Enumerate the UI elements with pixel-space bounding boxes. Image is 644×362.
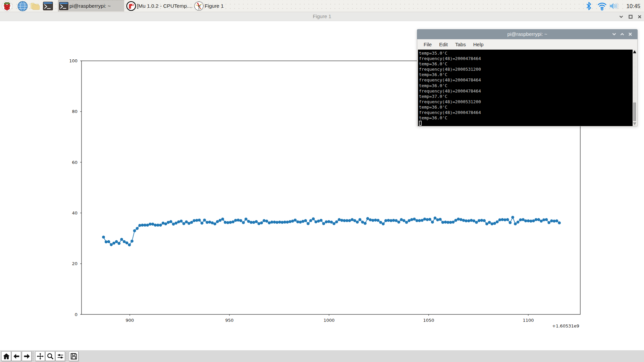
terminal-line: frequency(48)=2000478464	[419, 77, 481, 83]
terminal-maximize-button[interactable]	[618, 29, 626, 39]
bluetooth-icon	[586, 2, 591, 10]
pan-move-icon	[37, 353, 44, 360]
forward-button[interactable]	[22, 351, 32, 361]
terminal-window-title: pi@raspberrypi: ~	[417, 29, 638, 39]
pan-button[interactable]	[35, 351, 45, 361]
terminal-icon	[59, 1, 69, 11]
close-icon	[638, 15, 642, 19]
terminal-line: temp=36.0'C	[419, 61, 481, 67]
home-button[interactable]	[1, 351, 11, 361]
scroll-up-arrow-icon[interactable]	[633, 50, 636, 53]
menu-file[interactable]: File	[422, 41, 433, 48]
taskbar-task-terminal[interactable]: pi@raspberrypi: ~	[58, 0, 124, 12]
file-manager-button[interactable]	[30, 1, 41, 11]
configure-subplots-button[interactable]	[55, 351, 65, 361]
taskbar-task-mu[interactable]: [Mu 1.0.2 - CPUTemp....	[126, 0, 192, 12]
menu-help[interactable]: Help	[472, 41, 485, 48]
mu-icon	[126, 1, 136, 11]
save-button[interactable]	[69, 351, 78, 361]
wifi-icon	[597, 2, 607, 10]
matplotlib-toolbar	[0, 350, 644, 362]
terminal-window: pi@raspberrypi: ~ File Edit Tabs Help te…	[417, 29, 638, 126]
browser-button[interactable]	[17, 1, 28, 11]
terminal-line: frequency(48)=2000478464	[419, 110, 481, 115]
terminal-icon	[43, 1, 53, 11]
bluetooth-button[interactable]	[586, 0, 591, 12]
figure-close-button[interactable]	[635, 12, 644, 21]
terminal-line: frequency(48)=2000531200	[419, 99, 481, 105]
folder-icon	[30, 1, 41, 11]
menu-edit[interactable]: Edit	[438, 41, 449, 48]
terminal-line: frequency(48)=2000478464	[419, 56, 481, 61]
terminal-line: temp=36.0'C	[419, 83, 481, 88]
close-icon	[628, 32, 632, 36]
figure-window-title: Figure 1	[0, 12, 644, 21]
raspberry-menu-icon	[2, 1, 12, 11]
task-label: pi@raspberrypi: ~	[69, 3, 111, 9]
taskbar: pi@raspberrypi: ~ [Mu 1.0.2 - CPUTemp...…	[0, 0, 644, 12]
arrow-right-icon	[23, 353, 31, 360]
globe-icon	[17, 1, 28, 11]
volume-icon	[609, 2, 619, 10]
terminal-minimize-button[interactable]	[610, 29, 618, 39]
terminal-line: temp=37.0'C	[419, 94, 481, 99]
task-label: Figure 1	[205, 3, 224, 9]
chevron-down-icon	[612, 32, 616, 36]
menu-button[interactable]	[2, 1, 12, 11]
terminal-line: frequency(48)=2000478464	[419, 88, 481, 94]
figure-titlebar[interactable]: Figure 1	[0, 12, 644, 21]
arrow-left-icon	[13, 353, 20, 360]
terminal-line: temp=36.0'C	[419, 115, 481, 121]
terminal-cursor	[419, 121, 422, 126]
task-label: [Mu 1.0.2 - CPUTemp....	[137, 3, 192, 9]
zoom-button[interactable]	[45, 351, 55, 361]
chevron-up-icon	[620, 32, 624, 36]
terminal-line: temp=36.0'C	[419, 72, 481, 77]
toolbar-separator	[67, 351, 67, 361]
figure-maximize-button[interactable]	[626, 12, 635, 21]
save-floppy-icon	[70, 353, 77, 360]
menu-tabs[interactable]: Tabs	[454, 41, 467, 48]
terminal-line: temp=35.0'C	[419, 51, 481, 56]
chevron-down-icon	[619, 15, 623, 19]
wifi-button[interactable]	[597, 0, 607, 12]
magnifier-icon	[47, 353, 54, 360]
scroll-down-arrow-icon[interactable]	[633, 122, 636, 125]
terminal-line: frequency(48)=2000531200	[419, 67, 481, 72]
toolbar-separator	[33, 351, 33, 361]
clock[interactable]: 10:45	[627, 0, 640, 12]
scrollbar-thumb[interactable]	[633, 103, 636, 121]
maximize-square-icon	[629, 15, 633, 19]
taskbar-task-figure[interactable]: Figure 1	[194, 0, 260, 12]
terminal-output: temp=35.0'Cfrequency(48)=2000478464temp=…	[419, 51, 481, 121]
terminal-line: temp=36.0'C	[419, 105, 481, 110]
figure-minimize-button[interactable]	[616, 12, 626, 21]
back-button[interactable]	[11, 351, 21, 361]
matplotlib-figure-icon	[194, 1, 204, 11]
volume-button[interactable]	[609, 0, 619, 12]
terminal-menubar: File Edit Tabs Help	[417, 39, 637, 50]
terminal-titlebar[interactable]: pi@raspberrypi: ~	[417, 29, 638, 39]
terminal-launcher-button[interactable]	[43, 1, 53, 11]
home-icon	[3, 353, 10, 360]
terminal-screen[interactable]: temp=35.0'Cfrequency(48)=2000478464temp=…	[418, 50, 633, 126]
terminal-scrollbar[interactable]	[633, 50, 637, 126]
terminal-close-button[interactable]	[626, 29, 634, 39]
sliders-icon	[57, 353, 64, 360]
